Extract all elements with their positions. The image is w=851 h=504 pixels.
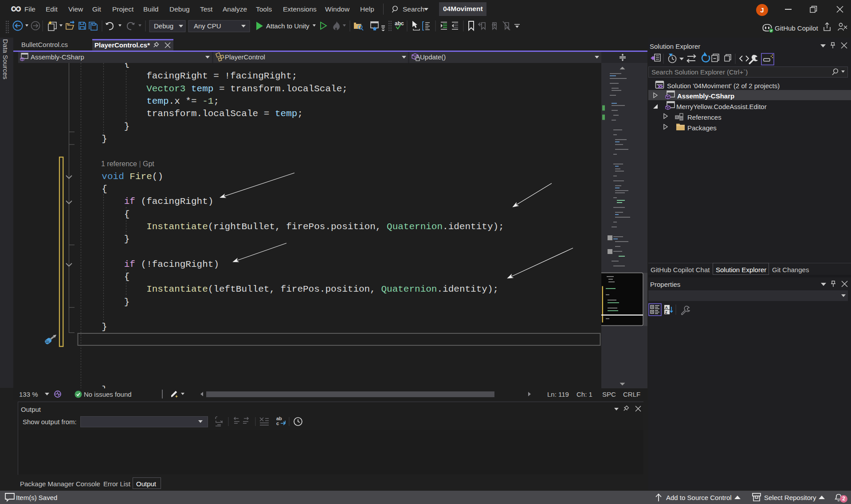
svg-text:GitHub Copilot: GitHub Copilot xyxy=(775,24,818,32)
svg-text:Debug: Debug xyxy=(154,22,173,30)
svg-text:Z: Z xyxy=(665,311,667,315)
svg-text:Attach to Unity: Attach to Unity xyxy=(266,22,310,30)
svg-text:c: c xyxy=(276,421,279,426)
svg-text:abc: abc xyxy=(395,20,404,27)
svg-text:A: A xyxy=(665,305,668,310)
svg-text:Any CPU: Any CPU xyxy=(194,22,221,30)
